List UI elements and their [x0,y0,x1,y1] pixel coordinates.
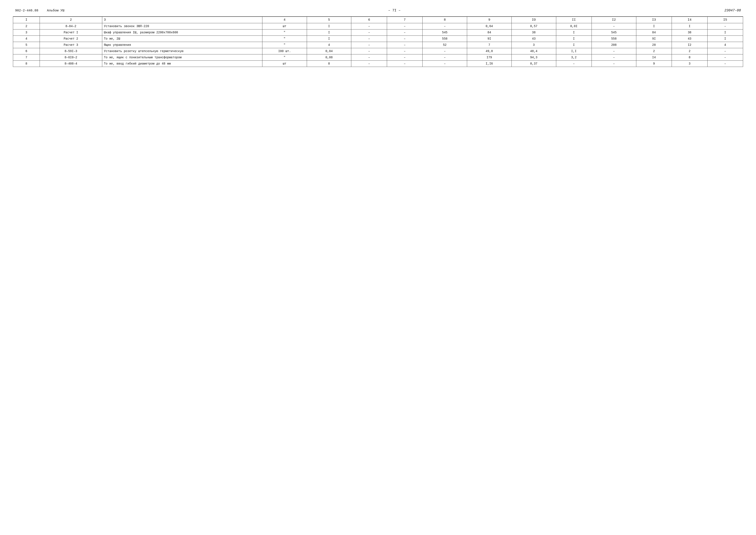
cell-7-4: шт [262,61,307,67]
cell-1-9: 0,64 [467,23,512,29]
page-header: 902-2-446.88 Альбом УШ – 7I – 23047-08 [13,9,743,13]
cell-1-13: I [636,23,672,29]
table-row: 68–59I–3Установить розетку штепсельную г… [13,48,743,54]
cell-1-6: – [351,23,387,29]
cell-7-13: 9 [636,61,672,67]
cell-1-3: Установить звонок ЭВП-220 [102,23,262,29]
cell-7-6: – [351,61,387,67]
cell-7-11: – [556,61,592,67]
cell-3-4: " [262,36,307,42]
header-col-7: 7 [387,16,422,23]
cell-6-9: I79 [467,54,512,61]
cell-6-10: 94,3 [511,54,556,61]
cell-4-13: 28 [636,42,672,48]
cell-3-13: 9I [636,36,672,42]
table-row: 78–6I0–2То же, ящик с понизительным тран… [13,54,743,61]
cell-5-15: – [707,48,743,54]
cell-7-7: – [387,61,422,67]
table-row: 88–408–4То же, ввод гибкий диаметром до … [13,61,743,67]
cell-5-14: 2 [672,48,707,54]
cell-6-2: 8–6I0–2 [40,54,102,61]
cell-3-11: I [556,36,592,42]
cell-4-7: – [387,42,422,48]
cell-3-5: I [307,36,351,42]
header-col-1: I [13,16,40,23]
cell-3-1: 4 [13,36,40,42]
cell-7-12: – [592,61,636,67]
cell-5-3: Установить розетку штепсельную герметиче… [102,48,262,54]
cell-3-7: – [387,36,422,42]
cell-6-12: – [592,54,636,61]
cell-4-4: " [262,42,307,48]
cell-5-13: 2 [636,48,672,54]
main-table: I 2 3 4 5 6 7 8 9 IO II I2 I3 I4 I5 28–8… [13,16,743,67]
cell-2-3: Шкаф управления IШ, размером 2200х700х60… [102,29,262,36]
cell-7-14: 3 [672,61,707,67]
cell-1-15: – [707,23,743,29]
cell-6-7: – [387,54,422,61]
cell-4-1: 5 [13,42,40,48]
cell-3-2: Расчет 2 [40,36,102,42]
right-number: 23047-08 [724,9,741,13]
cell-3-15: I [707,36,743,42]
cell-3-14: 43 [672,36,707,42]
cell-7-8: – [422,61,467,67]
cell-7-5: 8 [307,61,351,67]
cell-4-6: – [351,42,387,48]
cell-4-11: I [556,42,592,48]
header-col-6: 6 [351,16,387,23]
cell-1-2: 8–84–2 [40,23,102,29]
cell-5-9: 49,8 [467,48,512,54]
cell-4-9: 7 [467,42,512,48]
header-col-8: 8 [422,16,467,23]
cell-5-2: 8–59I–3 [40,48,102,54]
header-col-10: IO [511,16,556,23]
cell-1-11: 0,0I [556,23,592,29]
page-number: – 7I – [388,9,401,13]
cell-4-10: 3 [511,42,556,48]
header-col-9: 9 [467,16,512,23]
header-col-3: 3 [102,16,262,23]
cell-2-9: 84 [467,29,512,36]
table-row: 4Расчет 2То же, 2Ш"I––5589I43I5589I43I [13,36,743,42]
cell-5-4: I00 шт. [262,48,307,54]
cell-1-14: I [672,23,707,29]
cell-3-9: 9I [467,36,512,42]
cell-1-4: шт [262,23,307,29]
cell-6-4: " [262,54,307,61]
header-col-5: 5 [307,16,351,23]
cell-6-11: 3,2 [556,54,592,61]
cell-5-1: 6 [13,48,40,54]
cell-6-13: I4 [636,54,672,61]
cell-4-5: 4 [307,42,351,48]
column-headers: I 2 3 4 5 6 7 8 9 IO II I2 I3 I4 I5 [13,16,743,23]
cell-6-1: 7 [13,54,40,61]
cell-4-12: 208 [592,42,636,48]
cell-2-14: 38 [672,29,707,36]
cell-4-2: Расчет 3 [40,42,102,48]
cell-5-7: – [387,48,422,54]
cell-2-15: I [707,29,743,36]
cell-3-10: 43 [511,36,556,42]
cell-3-6: – [351,36,387,42]
cell-2-5: I [307,29,351,36]
header-left: 902-2-446.88 Альбом УШ [15,9,64,13]
cell-5-10: 48,4 [511,48,556,54]
table-row: 5Расчет 3Ящик управления"4––5273I20828I2… [13,42,743,48]
cell-2-10: 38 [511,29,556,36]
cell-5-12: – [592,48,636,54]
cell-1-5: I [307,23,351,29]
cell-7-2: 8–408–4 [40,61,102,67]
cell-6-6: – [351,54,387,61]
cell-6-5: 0,08 [307,54,351,61]
cell-4-14: I2 [672,42,707,48]
cell-1-7: – [387,23,422,29]
table-row: 28–84–2Установить звонок ЭВП-220штI–––0,… [13,23,743,29]
cell-4-3: Ящик управления [102,42,262,48]
cell-3-8: 558 [422,36,467,42]
cell-2-13: 84 [636,29,672,36]
cell-7-1: 8 [13,61,40,67]
cell-6-8: – [422,54,467,61]
doc-number: 902-2-446.88 [15,9,38,13]
cell-6-15: – [707,54,743,61]
